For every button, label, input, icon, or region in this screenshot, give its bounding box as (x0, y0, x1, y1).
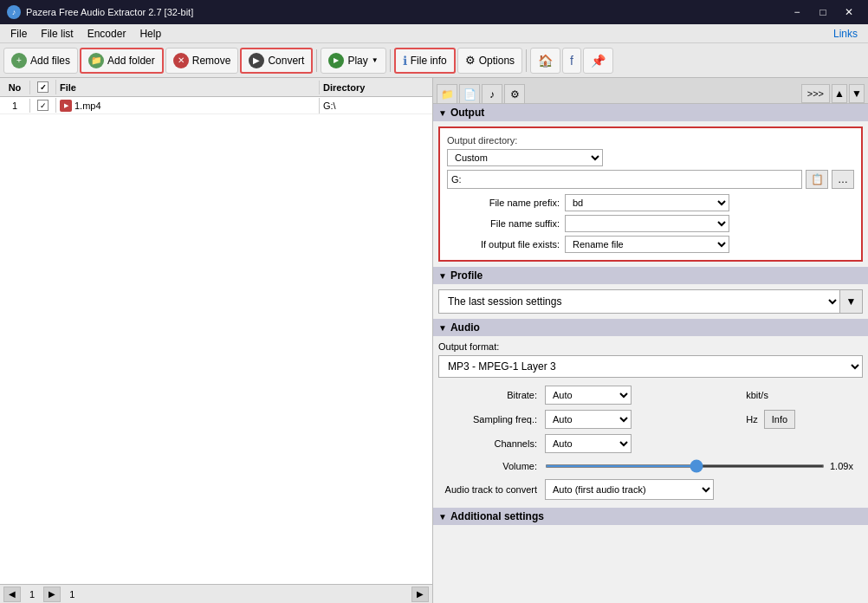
bitrate-select[interactable]: Auto128192256320 (545, 386, 632, 405)
file-info-button[interactable]: ℹ File info (394, 48, 456, 74)
volume-slider[interactable] (545, 464, 825, 468)
profile-dropdown-row: The last session settings MP3 128kbit/s … (438, 289, 863, 314)
home-button[interactable]: 🏠 (530, 48, 560, 74)
page-current: 1 (29, 589, 35, 600)
directory-path-input[interactable] (447, 170, 802, 189)
suffix-select[interactable] (565, 215, 729, 232)
filename-options-grid: File name prefix: bd File name suffix: I… (447, 194, 854, 253)
toolbar: + Add files 📁 Add folder ✕ Remove ▶ Conv… (0, 43, 868, 78)
menu-file[interactable]: File (3, 24, 34, 43)
convert-label: Convert (268, 55, 304, 67)
minimize-button[interactable]: − (785, 0, 809, 24)
add-files-label: Add files (30, 55, 70, 67)
header-directory: Directory (320, 81, 432, 94)
sampling-select[interactable]: Auto220504410048000 (545, 410, 632, 429)
audio-track-label: Audio track to convert (438, 477, 542, 502)
info-button[interactable]: Info (764, 410, 795, 429)
remove-label: Remove (192, 55, 231, 67)
dir-browse-btn1[interactable]: 📋 (806, 170, 828, 189)
output-section-title: Output (450, 107, 484, 119)
options-button[interactable]: ⚙ Options (457, 48, 522, 74)
sampling-unit: Hz Info (743, 407, 863, 431)
menu-file-list[interactable]: File list (34, 24, 80, 43)
if-exists-select[interactable]: Rename file Overwrite Skip (565, 236, 729, 253)
file-panel-footer: ◀ 1 ▶ 1 ▶ (0, 584, 432, 603)
volume-label: Volume: (438, 456, 542, 477)
title-bar-left: ♪ Pazera Free Audio Extractor 2.7 [32-bi… (7, 5, 193, 19)
prefix-select-wrap: bd (565, 194, 854, 211)
app-icon: ♪ (7, 5, 21, 19)
options-icon: ⚙ (465, 54, 476, 67)
bitrate-select-cell: Auto128192256320 (542, 383, 743, 407)
file-panel: No File Directory 1 ▶ 1.mp4 G:\ ◀ 1 (0, 78, 433, 603)
profile-section-title: Profile (450, 269, 483, 282)
output-directory-label: Output directory: (447, 135, 854, 146)
add-files-button[interactable]: + Add files (3, 48, 78, 74)
output-section: Output directory: Custom Same as source … (433, 121, 868, 267)
pin-button[interactable]: 📌 (583, 48, 613, 74)
format-select[interactable]: MP3 - MPEG-1 Layer 3 AAC OGG FLAC WAV (438, 355, 863, 378)
app-title: Pazera Free Audio Extractor 2.7 [32-bit] (26, 7, 193, 17)
additional-section (433, 525, 868, 551)
profile-section: The last session settings MP3 128kbit/s … (433, 284, 868, 319)
scroll-up-button[interactable]: ▲ (832, 84, 847, 103)
sampling-select-cell: Auto220504410048000 (542, 407, 743, 431)
prefix-select[interactable]: bd (565, 194, 729, 211)
additional-section-title: Additional settings (450, 510, 544, 522)
channels-label: Channels: (438, 431, 542, 456)
prev-page-button[interactable]: ◀ (3, 587, 21, 602)
facebook-button[interactable]: f (562, 48, 581, 74)
file-info-icon: ℹ (403, 54, 407, 68)
profile-select[interactable]: The last session settings MP3 128kbit/s … (438, 289, 840, 314)
add-folder-button[interactable]: 📁 Add folder (80, 48, 164, 74)
remove-button[interactable]: ✕ Remove (165, 48, 239, 74)
additional-collapse-icon[interactable]: ▼ (438, 512, 447, 522)
play-button[interactable]: ▶ Play ▼ (321, 48, 385, 74)
channels-select-cell: AutoMonoStereo (542, 431, 743, 456)
select-all-checkbox[interactable] (37, 81, 49, 93)
convert-button[interactable]: ▶ Convert (240, 48, 313, 74)
tab-more-button[interactable]: >>> (801, 84, 830, 103)
menu-encoder[interactable]: Encoder (81, 24, 133, 43)
next-page-button[interactable]: ▶ (43, 587, 61, 602)
channels-select[interactable]: AutoMonoStereo (545, 434, 632, 453)
volume-slider-container (545, 458, 825, 474)
if-exists-label: If output file exists: (447, 239, 560, 250)
maximize-button[interactable]: □ (811, 0, 835, 24)
audio-track-row: Audio track to convert Auto (first audio… (438, 477, 863, 502)
row-filename: ▶ 1.mp4 (56, 98, 320, 113)
toolbar-separator2 (390, 49, 391, 72)
tab-audio[interactable]: ♪ (482, 84, 502, 103)
row-checkbox-cell (30, 98, 56, 113)
row-checkbox[interactable] (37, 100, 49, 111)
audio-track-select-cell: Auto (first audio track) Track 1 Track 2 (542, 477, 863, 502)
convert-icon: ▶ (249, 53, 264, 68)
audio-collapse-icon[interactable]: ▼ (438, 323, 447, 333)
audio-track-select[interactable]: Auto (first audio track) Track 1 Track 2 (545, 479, 714, 500)
file-type-icon: ▶ (60, 100, 72, 112)
play-dropdown-icon: ▼ (372, 56, 379, 64)
profile-section-header: ▼ Profile (433, 267, 868, 284)
row-no: 1 (0, 99, 30, 113)
if-exists-select-wrap: Rename file Overwrite Skip (565, 236, 854, 253)
sampling-label: Sampling freq.: (438, 407, 542, 431)
output-collapse-icon[interactable]: ▼ (438, 108, 447, 118)
tab-file[interactable]: 📄 (459, 84, 480, 103)
profile-collapse-icon[interactable]: ▼ (438, 271, 447, 281)
scroll-down-button[interactable]: ▼ (849, 84, 865, 103)
tab-settings[interactable]: ⚙ (504, 84, 525, 103)
toolbar-separator3 (526, 49, 527, 72)
directory-path-row: 📋 … (447, 170, 854, 189)
footer-expand-button[interactable]: ▶ (411, 587, 429, 602)
sampling-row: Sampling freq.: Auto220504410048000 Hz I… (438, 407, 863, 431)
tab-folder[interactable]: 📁 (437, 84, 457, 103)
menu-help[interactable]: Help (133, 24, 168, 43)
close-button[interactable]: ✕ (837, 0, 861, 24)
play-icon: ▶ (328, 53, 344, 68)
volume-slider-cell: 1.09x (542, 456, 863, 477)
profile-dropdown-arrow[interactable]: ▼ (840, 289, 863, 314)
directory-type-select[interactable]: Custom Same as source My Documents Deskt… (447, 149, 603, 166)
header-file: File (56, 81, 320, 94)
dir-browse-btn2[interactable]: … (832, 170, 854, 189)
links-button[interactable]: Links (826, 26, 865, 42)
